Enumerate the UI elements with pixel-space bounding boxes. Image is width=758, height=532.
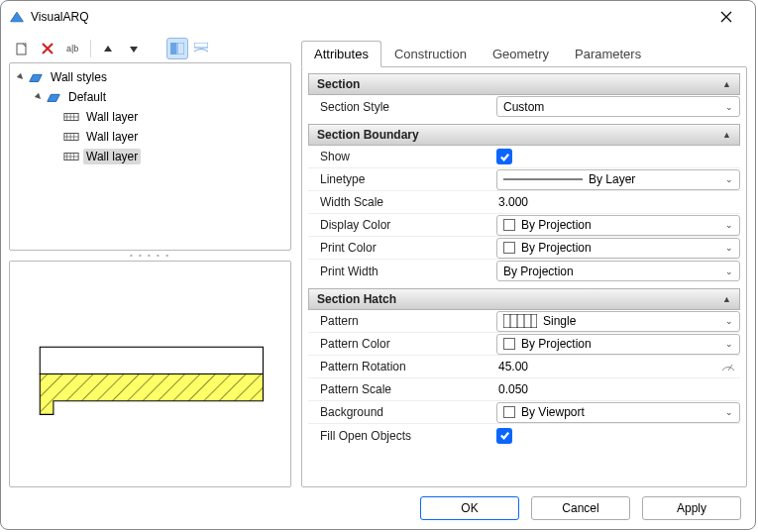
section-header-section[interactable]: Section ▲ bbox=[308, 73, 740, 95]
tree-layer-row[interactable]: Wall layer bbox=[12, 127, 288, 147]
svg-marker-8 bbox=[17, 73, 25, 81]
linetype-combo[interactable]: By Layer ⌄ bbox=[496, 169, 740, 190]
color-swatch-icon bbox=[503, 242, 515, 254]
chevron-down-icon: ⌄ bbox=[725, 220, 733, 230]
style-tree[interactable]: Wall styles Default Wall layer Wall laye… bbox=[9, 62, 291, 251]
chevron-down-icon: ⌄ bbox=[725, 266, 733, 276]
dialog-footer: OK Cancel Apply bbox=[1, 487, 755, 529]
wall-layer-icon bbox=[63, 150, 79, 163]
tab-attributes[interactable]: Attributes bbox=[301, 41, 381, 67]
wall-layer-icon bbox=[63, 130, 79, 144]
tree-toggle-root[interactable] bbox=[14, 70, 28, 84]
layout-mode-a-button[interactable] bbox=[166, 38, 188, 59]
angle-dial-icon[interactable] bbox=[720, 360, 736, 374]
hatch-swatch-icon bbox=[503, 314, 537, 328]
line-swatch-icon bbox=[503, 172, 583, 186]
tab-construction[interactable]: Construction bbox=[381, 41, 480, 67]
collapse-icon: ▲ bbox=[722, 294, 731, 304]
property-tabs: Attributes Construction Geometry Paramet… bbox=[301, 39, 747, 66]
pattern-combo[interactable]: Single ⌄ bbox=[496, 311, 740, 332]
tree-toggle-default[interactable] bbox=[32, 90, 46, 104]
rename-button[interactable]: a|b bbox=[62, 38, 84, 59]
svg-rect-15 bbox=[40, 347, 263, 373]
svg-marker-4 bbox=[130, 47, 138, 53]
tab-parameters[interactable]: Parameters bbox=[562, 41, 654, 67]
apply-button[interactable]: Apply bbox=[642, 496, 741, 520]
svg-rect-5 bbox=[170, 43, 176, 54]
new-style-button[interactable] bbox=[11, 38, 33, 59]
collapse-icon: ▲ bbox=[722, 79, 731, 89]
cancel-button[interactable]: Cancel bbox=[531, 496, 630, 520]
preview-panel[interactable] bbox=[9, 261, 291, 487]
chevron-down-icon: ⌄ bbox=[725, 339, 733, 349]
color-swatch-icon bbox=[503, 406, 515, 418]
close-button[interactable] bbox=[705, 2, 747, 32]
move-down-button[interactable] bbox=[123, 38, 145, 59]
chevron-down-icon: ⌄ bbox=[725, 316, 733, 326]
print-color-combo[interactable]: By Projection ⌄ bbox=[496, 238, 740, 259]
width-scale-value[interactable]: 3.000 bbox=[496, 195, 528, 209]
section-header-boundary[interactable]: Section Boundary ▲ bbox=[308, 124, 740, 146]
ok-button[interactable]: OK bbox=[420, 496, 519, 520]
svg-text:a|b: a|b bbox=[66, 44, 78, 53]
svg-rect-7 bbox=[194, 43, 208, 48]
fill-open-checkbox[interactable] bbox=[496, 428, 512, 444]
left-toolbar: a|b bbox=[9, 39, 291, 62]
splitter-handle[interactable]: • • • • • bbox=[9, 251, 291, 261]
tree-layer-row[interactable]: Wall layer bbox=[12, 107, 288, 127]
pattern-color-combo[interactable]: By Projection ⌄ bbox=[496, 334, 740, 355]
section-header-hatch[interactable]: Section Hatch ▲ bbox=[308, 288, 740, 310]
show-checkbox[interactable] bbox=[496, 149, 512, 164]
svg-rect-6 bbox=[177, 43, 184, 54]
chevron-down-icon: ⌄ bbox=[725, 407, 733, 417]
pattern-rotation-value[interactable]: 45.00 bbox=[496, 360, 528, 373]
color-swatch-icon bbox=[503, 219, 515, 231]
wall-styles-icon bbox=[28, 70, 44, 84]
tree-default-label[interactable]: Default bbox=[65, 89, 109, 105]
tab-geometry[interactable]: Geometry bbox=[480, 41, 562, 67]
section-style-combo[interactable]: Custom ⌄ bbox=[496, 96, 740, 117]
svg-marker-11 bbox=[48, 94, 59, 101]
print-width-combo[interactable]: By Projection ⌄ bbox=[496, 261, 740, 281]
window-title: VisualARQ bbox=[31, 10, 88, 24]
dialog-window: VisualARQ a|b bbox=[0, 0, 756, 530]
app-icon bbox=[9, 10, 25, 24]
tree-layer-row[interactable]: Wall layer bbox=[12, 147, 288, 166]
svg-rect-19 bbox=[503, 314, 537, 328]
background-combo[interactable]: By Viewport ⌄ bbox=[496, 402, 740, 423]
wall-layer-icon bbox=[63, 110, 79, 124]
titlebar: VisualARQ bbox=[1, 1, 755, 33]
display-color-combo[interactable]: By Projection ⌄ bbox=[496, 215, 740, 236]
prop-label-section-style: Section Style bbox=[308, 100, 496, 114]
tree-root-label[interactable]: Wall styles bbox=[48, 69, 110, 85]
svg-marker-10 bbox=[35, 93, 43, 101]
svg-marker-3 bbox=[104, 46, 112, 52]
pattern-scale-value[interactable]: 0.050 bbox=[496, 382, 528, 396]
attributes-panel: Section ▲ Section Style Custom ⌄ bbox=[301, 66, 747, 487]
svg-marker-0 bbox=[11, 12, 24, 22]
chevron-down-icon: ⌄ bbox=[725, 243, 733, 253]
color-swatch-icon bbox=[503, 338, 515, 350]
chevron-down-icon: ⌄ bbox=[725, 102, 733, 112]
svg-marker-9 bbox=[30, 74, 42, 81]
delete-button[interactable] bbox=[37, 38, 58, 59]
collapse-icon: ▲ bbox=[722, 130, 731, 140]
chevron-down-icon: ⌄ bbox=[725, 174, 733, 184]
wall-style-icon bbox=[46, 90, 61, 104]
layout-mode-b-button[interactable] bbox=[190, 38, 212, 59]
move-up-button[interactable] bbox=[97, 38, 119, 59]
